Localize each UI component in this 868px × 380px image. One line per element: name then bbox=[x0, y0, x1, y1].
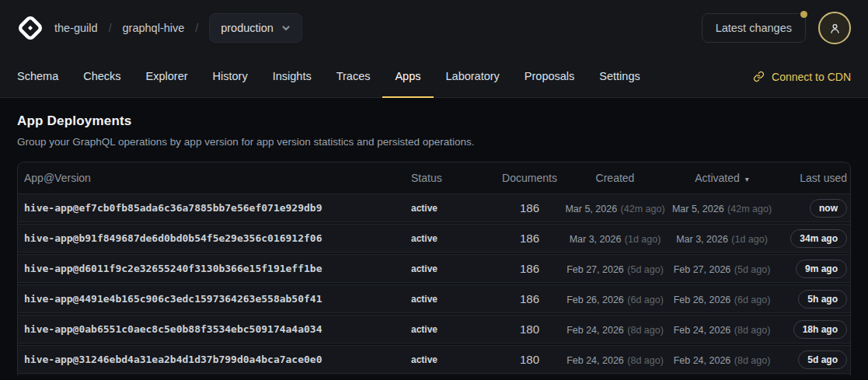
table-row[interactable]: hive-app@0ab6551c0aec8c5e0b88f3534ebc509… bbox=[18, 315, 850, 343]
last-used-badge: 5h ago bbox=[798, 290, 847, 309]
page-title: App Deployments bbox=[17, 113, 851, 129]
column-header-status[interactable]: Status bbox=[405, 172, 497, 184]
nav-tabs: SchemaChecksExplorerHistoryInsightsTrace… bbox=[5, 56, 653, 97]
cell-activated: Feb 24, 2026 (8d ago) bbox=[668, 322, 776, 336]
hive-logo-icon[interactable] bbox=[17, 15, 44, 41]
cell-created: Feb 24, 2026 (8d ago) bbox=[563, 353, 668, 367]
table-body: hive-app@ef7cb0fb85ada6c36a7885bb7e56ef0… bbox=[18, 193, 850, 374]
cell-app-version: hive-app@b91f849687de6d0bd0b54f5e29e356c… bbox=[18, 232, 405, 244]
tab-explorer[interactable]: Explorer bbox=[134, 56, 200, 98]
column-header-created[interactable]: Created bbox=[563, 172, 668, 184]
cell-created: Feb 24, 2026 (8d ago) bbox=[563, 322, 668, 336]
cell-created: Mar 5, 2026 (42m ago) bbox=[563, 201, 668, 215]
main-content: App Deployments Group your GraphQL opera… bbox=[0, 98, 868, 375]
cell-created: Mar 3, 2026 (1d ago) bbox=[563, 232, 668, 246]
column-header-activated[interactable]: Activated▾ bbox=[668, 172, 776, 184]
target-selector[interactable]: production bbox=[209, 13, 302, 43]
cell-activated: Mar 3, 2026 (1d ago) bbox=[668, 232, 776, 246]
cell-status: active bbox=[405, 354, 497, 365]
header-row: the-guild / graphql-hive / production La… bbox=[0, 0, 868, 56]
tab-insights[interactable]: Insights bbox=[260, 56, 324, 98]
cell-documents: 186 bbox=[497, 201, 563, 214]
tab-laboratory[interactable]: Laboratory bbox=[434, 56, 512, 98]
cell-last-used: now bbox=[776, 199, 850, 218]
breadcrumb: the-guild / graphql-hive / production bbox=[54, 13, 302, 43]
tab-apps[interactable]: Apps bbox=[382, 56, 433, 98]
last-used-badge: 34m ago bbox=[790, 229, 847, 248]
cell-activated: Feb 26, 2026 (6d ago) bbox=[668, 292, 776, 306]
app-deployments-table: App@Version Status Documents Created Act… bbox=[17, 162, 851, 375]
cell-activated: Mar 5, 2026 (42m ago) bbox=[668, 201, 776, 215]
cell-status: active bbox=[405, 263, 497, 274]
nav-bar: SchemaChecksExplorerHistoryInsightsTrace… bbox=[0, 56, 868, 97]
tab-checks[interactable]: Checks bbox=[71, 56, 133, 98]
cell-last-used: 18h ago bbox=[776, 320, 850, 339]
table-row[interactable]: hive-app@4491e4b165c906c3edc1597364263e5… bbox=[18, 284, 850, 313]
link-icon bbox=[753, 71, 765, 82]
breadcrumb-org[interactable]: the-guild bbox=[54, 22, 98, 34]
cell-app-version: hive-app@31246ebd4a31ea2b4d1d37b799d0a4b… bbox=[18, 354, 405, 365]
tab-proposals[interactable]: Proposals bbox=[512, 56, 587, 98]
user-avatar[interactable] bbox=[818, 12, 851, 44]
table-row[interactable]: hive-app@b91f849687de6d0bd0b54f5e29e356c… bbox=[18, 224, 850, 253]
cell-activated: Feb 27, 2026 (5d ago) bbox=[668, 262, 776, 276]
cell-status: active bbox=[405, 294, 497, 305]
breadcrumb-separator: / bbox=[109, 22, 112, 34]
last-used-badge: 9m ago bbox=[796, 260, 847, 278]
cell-app-version: hive-app@0ab6551c0aec8c5e0b88f3534ebc509… bbox=[18, 323, 405, 335]
cell-documents: 186 bbox=[497, 232, 563, 245]
cell-documents: 186 bbox=[497, 262, 563, 275]
column-header-last-used[interactable]: Last used bbox=[776, 172, 850, 184]
table-header-row: App@Version Status Documents Created Act… bbox=[18, 162, 850, 193]
nav-spacer bbox=[653, 56, 753, 97]
sort-descending-icon: ▾ bbox=[745, 175, 749, 183]
tab-schema[interactable]: Schema bbox=[5, 56, 71, 98]
cell-app-version: hive-app@d6011f9c2e32655240f3130b366e15f… bbox=[18, 263, 405, 274]
cell-app-version: hive-app@4491e4b165c906c3edc1597364263e5… bbox=[18, 293, 405, 305]
column-header-activated-label: Activated bbox=[695, 172, 740, 184]
column-header-documents[interactable]: Documents bbox=[497, 172, 563, 184]
top-bar: the-guild / graphql-hive / production La… bbox=[0, 0, 868, 98]
cell-app-version: hive-app@ef7cb0fb85ada6c36a7885bb7e56ef0… bbox=[18, 202, 405, 214]
cell-documents: 180 bbox=[497, 322, 563, 336]
last-used-badge: now bbox=[810, 199, 847, 218]
tab-traces[interactable]: Traces bbox=[324, 56, 383, 98]
connect-to-cdn-label: Connect to CDN bbox=[772, 71, 851, 83]
cell-last-used: 5d ago bbox=[776, 350, 850, 369]
cell-documents: 180 bbox=[497, 353, 563, 366]
cell-documents: 186 bbox=[497, 292, 563, 305]
table-row[interactable]: hive-app@ef7cb0fb85ada6c36a7885bb7e56ef0… bbox=[18, 193, 850, 222]
cell-status: active bbox=[405, 233, 497, 244]
cell-activated: Feb 24, 2026 (8d ago) bbox=[668, 353, 776, 367]
page-subtitle: Group your GraphQL operations by app ver… bbox=[17, 136, 851, 148]
tab-settings[interactable]: Settings bbox=[587, 56, 652, 98]
latest-changes-button[interactable]: Latest changes bbox=[702, 13, 806, 43]
cell-last-used: 34m ago bbox=[776, 229, 850, 248]
last-used-badge: 5d ago bbox=[798, 350, 847, 369]
connect-to-cdn-link[interactable]: Connect to CDN bbox=[753, 56, 851, 97]
table-row[interactable]: hive-app@31246ebd4a31ea2b4d1d37b799d0a4b… bbox=[18, 345, 850, 374]
latest-changes-label: Latest changes bbox=[716, 22, 792, 34]
tab-history[interactable]: History bbox=[200, 56, 260, 98]
breadcrumb-project[interactable]: graphql-hive bbox=[123, 22, 185, 34]
person-icon bbox=[828, 22, 842, 35]
chevron-down-icon bbox=[281, 23, 291, 33]
cell-status: active bbox=[405, 324, 497, 335]
notification-dot bbox=[800, 11, 807, 18]
column-header-app-version[interactable]: App@Version bbox=[18, 172, 405, 184]
cell-last-used: 9m ago bbox=[776, 260, 850, 278]
cell-created: Feb 26, 2026 (6d ago) bbox=[563, 292, 668, 306]
table-row[interactable]: hive-app@d6011f9c2e32655240f3130b366e15f… bbox=[18, 254, 850, 283]
breadcrumb-separator: / bbox=[195, 22, 198, 34]
last-used-badge: 18h ago bbox=[793, 320, 847, 339]
target-selector-value: production bbox=[221, 22, 274, 34]
cell-status: active bbox=[405, 203, 497, 214]
cell-created: Feb 27, 2026 (5d ago) bbox=[563, 262, 668, 276]
cell-last-used: 5h ago bbox=[776, 290, 850, 309]
